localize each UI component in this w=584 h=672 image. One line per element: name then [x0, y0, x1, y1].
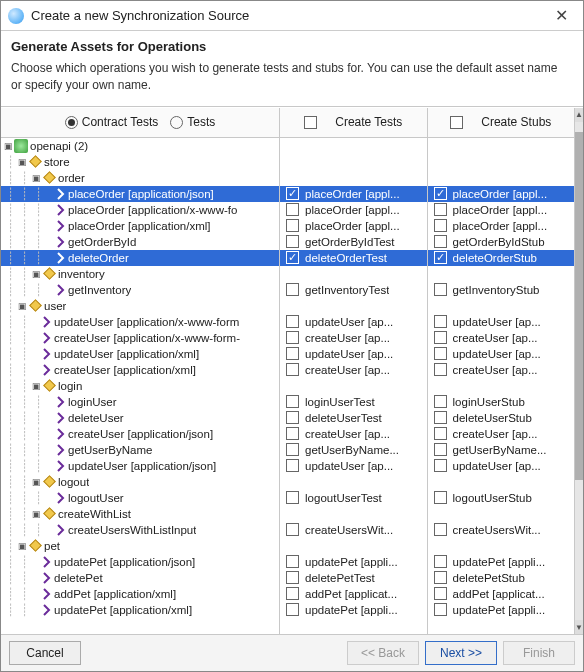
finish-button[interactable]: Finish — [503, 641, 575, 665]
tree-row[interactable]: ┊┊┊createUser [application/json] — [1, 426, 279, 442]
test-checkbox[interactable] — [286, 187, 299, 200]
stub-name[interactable]: createUser [ap... — [453, 362, 538, 378]
tree-row[interactable]: ┊┊createUser [application/xml] — [1, 362, 279, 378]
test-name[interactable]: createUser [ap... — [305, 362, 390, 378]
scroll-up-button[interactable]: ▲ — [575, 108, 583, 122]
stub-name[interactable]: createUser [ap... — [453, 330, 538, 346]
stubs-row[interactable]: createUser [ap... — [428, 330, 575, 346]
tests-row[interactable]: updatePet [appli... — [280, 554, 427, 570]
stub-name[interactable]: getOrderByIdStub — [453, 234, 545, 250]
stub-checkbox[interactable] — [434, 411, 447, 424]
test-checkbox[interactable] — [286, 251, 299, 264]
stubs-row[interactable]: updatePet [appli... — [428, 554, 575, 570]
tree-row[interactable]: ┊┊▣login — [1, 378, 279, 394]
stub-name[interactable]: getInventoryStub — [453, 282, 540, 298]
cancel-button[interactable]: Cancel — [9, 641, 81, 665]
stub-checkbox[interactable] — [434, 523, 447, 536]
expand-toggle-icon[interactable]: ▣ — [31, 170, 42, 186]
test-name[interactable]: createUser [ap... — [305, 330, 390, 346]
tests-row[interactable]: createUser [ap... — [280, 330, 427, 346]
test-checkbox[interactable] — [286, 283, 299, 296]
test-checkbox[interactable] — [286, 203, 299, 216]
radio-tests[interactable]: Tests — [170, 115, 215, 129]
tests-row[interactable]: createUser [ap... — [280, 362, 427, 378]
expand-toggle-icon[interactable]: ▣ — [31, 506, 42, 522]
stub-checkbox[interactable] — [434, 331, 447, 344]
test-name[interactable]: deleteOrderTest — [305, 250, 387, 266]
test-checkbox[interactable] — [286, 395, 299, 408]
tree-row[interactable]: ┊┊▣createWithList — [1, 506, 279, 522]
stubs-row[interactable]: deleteOrderStub — [428, 250, 575, 266]
stubs-row[interactable]: updateUser [ap... — [428, 346, 575, 362]
tree-row[interactable]: ┊┊┊logoutUser — [1, 490, 279, 506]
stub-checkbox[interactable] — [434, 491, 447, 504]
close-button[interactable]: ✕ — [539, 1, 583, 31]
tree-row[interactable]: ┊┊┊getOrderById — [1, 234, 279, 250]
test-name[interactable]: logoutUserTest — [305, 490, 382, 506]
stub-checkbox[interactable] — [434, 347, 447, 360]
select-all-stubs-checkbox[interactable] — [450, 116, 463, 129]
tree-row[interactable]: ┊┊▣inventory — [1, 266, 279, 282]
stub-checkbox[interactable] — [434, 587, 447, 600]
stub-checkbox[interactable] — [434, 555, 447, 568]
tree-row[interactable]: ┊┊updatePet [application/json] — [1, 554, 279, 570]
stub-checkbox[interactable] — [434, 363, 447, 376]
stub-checkbox[interactable] — [434, 235, 447, 248]
tests-row[interactable]: placeOrder [appl... — [280, 202, 427, 218]
stubs-row[interactable]: addPet [applicat... — [428, 586, 575, 602]
test-name[interactable]: addPet [applicat... — [305, 586, 397, 602]
test-checkbox[interactable] — [286, 587, 299, 600]
tests-row[interactable]: addPet [applicat... — [280, 586, 427, 602]
stub-checkbox[interactable] — [434, 283, 447, 296]
stub-checkbox[interactable] — [434, 427, 447, 440]
test-name[interactable]: updatePet [appli... — [305, 554, 398, 570]
tree-row[interactable]: ┊┊▣logout — [1, 474, 279, 490]
test-name[interactable]: deletePetTest — [305, 570, 375, 586]
stubs-row[interactable]: getInventoryStub — [428, 282, 575, 298]
tree-row[interactable]: ┊┊deletePet — [1, 570, 279, 586]
radio-contract-tests[interactable]: Contract Tests — [65, 115, 158, 129]
stub-name[interactable]: getUserByName... — [453, 442, 547, 458]
tree-row[interactable]: ┊┊┊placeOrder [application/xml] — [1, 218, 279, 234]
stub-checkbox[interactable] — [434, 603, 447, 616]
test-name[interactable]: updatePet [appli... — [305, 602, 398, 618]
tests-row[interactable]: getInventoryTest — [280, 282, 427, 298]
stubs-row[interactable]: getUserByName... — [428, 442, 575, 458]
tests-row[interactable]: deleteOrderTest — [280, 250, 427, 266]
tests-row[interactable]: getOrderByIdTest — [280, 234, 427, 250]
stub-name[interactable]: deleteUserStub — [453, 410, 532, 426]
stubs-row[interactable]: createUsersWit... — [428, 522, 575, 538]
tree-row[interactable]: ┊▣pet — [1, 538, 279, 554]
expand-toggle-icon[interactable]: ▣ — [17, 154, 28, 170]
tree-row[interactable]: ┊┊┊placeOrder [application/x-www-fo — [1, 202, 279, 218]
test-checkbox[interactable] — [286, 571, 299, 584]
tree-row[interactable]: ┊┊┊loginUser — [1, 394, 279, 410]
expand-toggle-icon[interactable]: ▣ — [17, 298, 28, 314]
test-checkbox[interactable] — [286, 491, 299, 504]
stub-name[interactable]: updatePet [appli... — [453, 554, 546, 570]
tests-row[interactable]: updateUser [ap... — [280, 314, 427, 330]
test-name[interactable]: getOrderByIdTest — [305, 234, 394, 250]
expand-toggle-icon[interactable]: ▣ — [3, 138, 14, 154]
tree-row[interactable]: ┊┊┊deleteOrder — [1, 250, 279, 266]
stub-checkbox[interactable] — [434, 315, 447, 328]
stub-name[interactable]: placeOrder [appl... — [453, 186, 548, 202]
stub-checkbox[interactable] — [434, 187, 447, 200]
tree-row[interactable]: ┊┊updatePet [application/xml] — [1, 602, 279, 618]
test-checkbox[interactable] — [286, 459, 299, 472]
test-name[interactable]: createUser [ap... — [305, 426, 390, 442]
tests-row[interactable]: deleteUserTest — [280, 410, 427, 426]
stub-name[interactable]: logoutUserStub — [453, 490, 532, 506]
test-checkbox[interactable] — [286, 523, 299, 536]
stub-name[interactable]: updateUser [ap... — [453, 314, 541, 330]
next-button[interactable]: Next >> — [425, 641, 497, 665]
tests-row[interactable]: deletePetTest — [280, 570, 427, 586]
tree-row[interactable]: ┊▣store — [1, 154, 279, 170]
tree-row[interactable]: ┊┊┊createUsersWithListInput — [1, 522, 279, 538]
tree-row[interactable]: ┊┊addPet [application/xml] — [1, 586, 279, 602]
test-name[interactable]: updateUser [ap... — [305, 314, 393, 330]
tests-row[interactable]: getUserByName... — [280, 442, 427, 458]
test-checkbox[interactable] — [286, 363, 299, 376]
stubs-row[interactable]: placeOrder [appl... — [428, 202, 575, 218]
stub-name[interactable]: createUser [ap... — [453, 426, 538, 442]
